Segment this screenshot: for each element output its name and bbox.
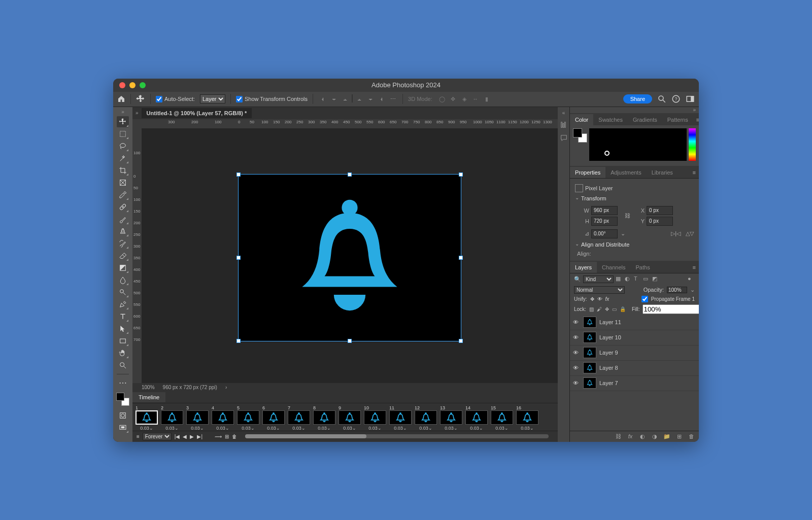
move-tool-icon[interactable] xyxy=(136,94,145,103)
quick-mask-icon[interactable] xyxy=(117,410,129,421)
magic-wand-tool[interactable] xyxy=(117,153,129,164)
layer-mask-icon[interactable]: ◐ xyxy=(639,433,646,440)
timeline-frame[interactable]: 5 0.03⌄ xyxy=(236,405,260,431)
vertical-ruler[interactable]: 1000501001502002503003504004505005506006… xyxy=(132,128,142,383)
eraser-tool[interactable] xyxy=(117,250,129,261)
align-left-icon[interactable]: ⫞ xyxy=(318,94,327,103)
rectangle-tool[interactable] xyxy=(117,335,129,346)
edit-toolbar[interactable]: ⋯ xyxy=(117,377,129,389)
eyedropper-tool[interactable] xyxy=(117,189,129,200)
visibility-icon[interactable]: 👁 xyxy=(573,319,580,325)
distribute-icon[interactable]: ⋯ xyxy=(388,94,397,103)
unify-visibility-icon[interactable]: 👁 xyxy=(597,296,602,302)
x-input[interactable] xyxy=(647,206,673,215)
hand-tool[interactable] xyxy=(117,348,129,359)
opacity-input[interactable] xyxy=(667,287,687,293)
height-input[interactable] xyxy=(591,217,618,226)
comments-panel-icon[interactable] xyxy=(560,134,568,142)
timeline-frame[interactable]: 1 0.03⌄ xyxy=(134,405,159,431)
timeline-frame[interactable]: 15 0.03⌄ xyxy=(490,405,514,431)
tab-layers[interactable]: Layers xyxy=(570,262,597,273)
type-tool[interactable] xyxy=(117,311,129,322)
blend-mode-select[interactable]: Normal xyxy=(574,286,625,294)
lock-transparency-icon[interactable]: ▨ xyxy=(589,305,594,313)
visibility-icon[interactable]: 👁 xyxy=(573,334,580,340)
timeline-menu-icon[interactable]: ≡ xyxy=(137,434,140,439)
document-tab[interactable]: Untitled-1 @ 100% (Layer 57, RGB/8) * xyxy=(142,108,252,118)
color-fgbg[interactable] xyxy=(573,128,587,143)
timeline-frame[interactable]: 12 0.03⌄ xyxy=(414,405,438,431)
help-icon[interactable]: ? xyxy=(671,94,681,103)
workspace-icon[interactable] xyxy=(686,94,695,103)
visibility-icon[interactable]: 👁 xyxy=(573,380,580,386)
tab-swatches[interactable]: Swatches xyxy=(593,114,628,125)
unify-style-icon[interactable]: fx xyxy=(605,296,610,302)
timeline-frame[interactable]: 8 0.03⌄ xyxy=(312,405,336,431)
visibility-icon[interactable]: 👁 xyxy=(573,350,580,356)
auto-select-checkbox[interactable] xyxy=(156,96,162,102)
color-field[interactable] xyxy=(589,128,687,161)
filter-pixel-icon[interactable]: ▦ xyxy=(616,275,623,283)
history-brush-tool[interactable] xyxy=(117,238,129,249)
unify-position-icon[interactable]: ✥ xyxy=(590,296,594,302)
prev-frame-icon[interactable]: ◀ xyxy=(183,434,187,439)
search-icon[interactable] xyxy=(657,94,666,103)
timeline-frame[interactable]: 9 0.03⌄ xyxy=(337,405,362,431)
zoom-level[interactable]: 100% xyxy=(142,385,155,390)
document-info[interactable]: 960 px x 720 px (72 ppi) xyxy=(163,385,217,390)
tab-patterns[interactable]: Patterns xyxy=(662,114,693,125)
zoom-tool[interactable] xyxy=(117,360,129,371)
align-section-header[interactable]: Align and Distribute xyxy=(575,241,694,248)
duplicate-frame-icon[interactable]: ⊞ xyxy=(225,434,229,439)
transform-box[interactable] xyxy=(238,174,461,341)
tab-color[interactable]: Color xyxy=(570,114,593,125)
angle-dropdown-icon[interactable]: ⌄ xyxy=(621,230,625,237)
layer-item[interactable]: 👁 Layer 10 xyxy=(570,330,699,345)
align-right-icon[interactable]: ⫠ xyxy=(341,94,350,103)
align-top-icon[interactable]: ⫠ xyxy=(355,94,364,103)
loop-selector[interactable]: Forever xyxy=(143,433,172,440)
tab-channels[interactable]: Channels xyxy=(597,262,630,273)
chevron-right-icon[interactable]: › xyxy=(225,385,227,390)
dock-expand-icon[interactable]: « xyxy=(562,110,565,116)
lock-artboard-icon[interactable]: ▭ xyxy=(612,305,617,313)
window-minimize[interactable] xyxy=(129,82,136,88)
next-frame-icon[interactable]: ▶| xyxy=(197,434,202,439)
transform-controls-checkbox[interactable] xyxy=(236,96,243,102)
timeline-frame[interactable]: 7 0.03⌄ xyxy=(287,405,311,431)
tab-pin-icon[interactable]: » xyxy=(132,110,142,116)
timeline-frame[interactable]: 10 0.03⌄ xyxy=(363,405,387,431)
panel-menu-icon[interactable]: ≡ xyxy=(690,262,699,273)
propagate-checkbox[interactable] xyxy=(641,296,648,302)
lasso-tool[interactable] xyxy=(117,141,129,152)
new-layer-icon[interactable]: ⊞ xyxy=(675,433,683,440)
timeline-frame[interactable]: 14 0.03⌄ xyxy=(464,405,489,431)
window-maximize[interactable] xyxy=(140,82,146,88)
delete-layer-icon[interactable]: 🗑 xyxy=(688,433,695,440)
align-hcenter-icon[interactable]: ⫟ xyxy=(329,94,339,103)
move-tool[interactable] xyxy=(117,116,129,127)
flip-v-icon[interactable]: △▽ xyxy=(686,230,694,237)
tab-paths[interactable]: Paths xyxy=(631,262,655,273)
healing-brush-tool[interactable] xyxy=(117,201,129,213)
frame-tool[interactable] xyxy=(117,177,129,188)
tab-gradients[interactable]: Gradients xyxy=(628,114,662,125)
brush-tool[interactable] xyxy=(117,214,129,225)
path-selection-tool[interactable] xyxy=(117,323,129,334)
angle-input[interactable] xyxy=(591,229,618,238)
hue-slider[interactable] xyxy=(689,128,696,161)
play-icon[interactable]: ▶ xyxy=(190,434,194,439)
panel-menu-icon[interactable]: ≡ xyxy=(690,167,699,178)
auto-select-target[interactable]: Layer xyxy=(200,94,225,103)
filter-type-icon[interactable]: T xyxy=(634,275,641,283)
home-icon[interactable] xyxy=(117,95,125,103)
lock-all-icon[interactable]: 🔒 xyxy=(620,305,626,313)
link-layers-icon[interactable]: ⛓ xyxy=(615,433,622,440)
tween-icon[interactable]: ⟿ xyxy=(215,434,222,439)
timeline-frame[interactable]: 2 0.03⌄ xyxy=(160,405,184,431)
timeline-frame[interactable]: 4 0.03⌄ xyxy=(211,405,235,431)
marquee-tool[interactable] xyxy=(117,128,129,140)
layer-item[interactable]: 👁 Layer 7 xyxy=(570,376,699,391)
tools-collapse-icon[interactable]: » xyxy=(121,109,124,115)
visibility-icon[interactable]: 👁 xyxy=(573,365,580,371)
